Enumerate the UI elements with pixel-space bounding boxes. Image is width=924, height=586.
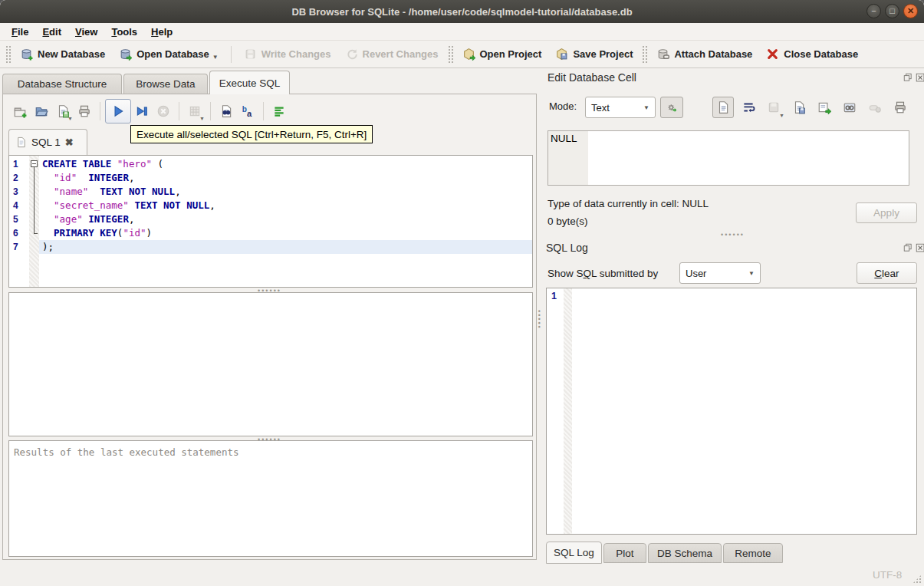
- gear-apply-icon: [667, 103, 677, 113]
- code-line[interactable]: "name" TEXT NOT NULL,: [39, 185, 532, 199]
- write-changes-icon: [244, 48, 257, 61]
- open-project-button[interactable]: Open Project: [455, 44, 549, 64]
- code-line[interactable]: PRIMARY KEY("id"): [39, 226, 532, 240]
- sql-tab[interactable]: SQL 1 ✖: [8, 129, 87, 155]
- find-in-sql-button[interactable]: [215, 100, 237, 122]
- log-filter-combobox[interactable]: User ▼: [679, 262, 761, 284]
- menu-tools[interactable]: Tools: [104, 25, 144, 39]
- chevron-down-icon[interactable]: ▼: [199, 116, 205, 121]
- fold-marker: [29, 240, 39, 254]
- maximize-icon[interactable]: □: [885, 4, 899, 18]
- attach-database-icon: [656, 48, 669, 61]
- dock-splitter-handle[interactable]: •••••: [537, 307, 541, 333]
- minimize-icon[interactable]: −: [866, 4, 881, 18]
- dock-tab-sql-log[interactable]: SQL Log: [546, 542, 602, 564]
- log-filter-label: Show SQL submitted by: [547, 268, 658, 279]
- fold-marker[interactable]: [29, 157, 39, 171]
- chevron-down-icon[interactable]: ▼: [212, 54, 219, 61]
- results-message-pane[interactable]: Results of the last executed statements: [8, 440, 533, 557]
- toolbar-drag-handle[interactable]: [642, 45, 647, 64]
- open-sql-file-button[interactable]: [31, 100, 52, 122]
- stop-button[interactable]: [153, 100, 174, 122]
- export-data-button[interactable]: [814, 97, 835, 118]
- toolbar-separator: [210, 102, 211, 120]
- chevron-down-icon[interactable]: ▼: [67, 116, 73, 121]
- fold-marker: [29, 199, 39, 212]
- chevron-down-icon[interactable]: ▼: [779, 113, 784, 118]
- revert-changes-button[interactable]: Revert Changes: [338, 44, 446, 64]
- results-grid-pane[interactable]: [8, 292, 533, 436]
- code-line[interactable]: CREATE TABLE "hero" (: [39, 157, 532, 171]
- code-line-current[interactable]: );: [39, 240, 532, 254]
- log-line-number-gutter: [547, 288, 564, 534]
- set-null-icon: [868, 100, 882, 114]
- open-database-button[interactable]: Open Database▼: [112, 44, 225, 64]
- new-sql-tab-icon: [13, 104, 27, 118]
- new-database-button[interactable]: New Database: [13, 44, 112, 64]
- code-line[interactable]: "secret_name" TEXT NOT NULL,: [39, 199, 532, 212]
- new-database-icon: [20, 48, 33, 61]
- replace-in-sql-button[interactable]: ba: [237, 100, 258, 122]
- execute-all-button[interactable]: [105, 99, 131, 123]
- word-wrap-button[interactable]: [738, 97, 759, 118]
- set-null-button[interactable]: [864, 97, 886, 118]
- auto-apply-button[interactable]: [660, 97, 683, 118]
- menu-edit[interactable]: Edit: [35, 25, 68, 39]
- sql-editor[interactable]: 1234567 CREATE TABLE "hero" ( "id" INTEG…: [8, 155, 533, 288]
- format-sql-button[interactable]: [268, 100, 290, 122]
- save-results-button[interactable]: ▼: [184, 100, 206, 122]
- menu-help[interactable]: Help: [144, 25, 179, 39]
- clear-button[interactable]: Clear: [857, 262, 917, 284]
- attach-database-button[interactable]: Attach Database: [649, 44, 759, 64]
- titlebar[interactable]: DB Browser for SQLite - /home/user/code/…: [0, 0, 924, 23]
- new-sql-tab-button[interactable]: [9, 100, 31, 122]
- sql-toolbar: ▼▼ba: [9, 99, 290, 123]
- import-data-button[interactable]: ▼: [763, 97, 784, 118]
- write-changes-button[interactable]: Write Changes: [237, 44, 338, 64]
- tab-browse-data[interactable]: Browse Data: [123, 74, 208, 94]
- cell-editor[interactable]: NULL: [547, 130, 909, 186]
- cell-value: NULL: [551, 133, 577, 144]
- tab-execute-sql[interactable]: Execute SQL: [209, 71, 290, 94]
- print-sql-button[interactable]: [74, 100, 95, 122]
- execute-tooltip: Execute all/selected SQL [Ctrl+Return, F…: [130, 125, 373, 143]
- dock-tab-db-schema[interactable]: DB Schema: [648, 543, 722, 563]
- float-dock-icon[interactable]: [903, 243, 913, 253]
- save-sql-file-button[interactable]: ▼: [52, 100, 74, 122]
- execute-line-button[interactable]: [131, 100, 153, 122]
- save-project-button[interactable]: Save Project: [548, 44, 640, 64]
- fold-marker: [29, 212, 39, 226]
- save-data-button[interactable]: [788, 97, 810, 118]
- line-number: 5: [9, 212, 29, 226]
- float-dock-icon[interactable]: [903, 73, 913, 83]
- dock-tab-plot[interactable]: Plot: [603, 543, 646, 563]
- code-line[interactable]: "age" INTEGER,: [39, 212, 532, 226]
- close-database-button[interactable]: Close Database: [759, 44, 865, 64]
- menu-file[interactable]: File: [5, 25, 35, 39]
- editor-code-area[interactable]: CREATE TABLE "hero" ( "id" INTEGER, "nam…: [39, 157, 532, 254]
- close-icon[interactable]: ✕: [903, 4, 918, 18]
- toolbar-drag-handle[interactable]: [5, 45, 11, 64]
- menu-view[interactable]: View: [68, 25, 104, 39]
- close-dock-icon[interactable]: [916, 243, 924, 253]
- toolbar-separator: [263, 102, 264, 120]
- tab-database-structure[interactable]: Database Structure: [2, 74, 122, 94]
- window-title: DB Browser for SQLite - /home/user/code/…: [291, 6, 632, 18]
- main-toolbar: New DatabaseOpen Database▼Write ChangesR…: [0, 41, 924, 68]
- close-dock-icon: [916, 73, 924, 83]
- toolbar-drag-handle[interactable]: [448, 45, 453, 64]
- copy-cell-link-button[interactable]: [839, 97, 860, 118]
- dock-tab-remote[interactable]: Remote: [723, 543, 783, 563]
- float-dock-icon: [903, 73, 913, 83]
- sql-tab-close-icon[interactable]: ✖: [65, 137, 74, 148]
- text-mode-button[interactable]: [712, 97, 734, 118]
- code-line[interactable]: "id" INTEGER,: [39, 171, 532, 185]
- print-cell-button[interactable]: [889, 97, 911, 118]
- apply-button[interactable]: Apply: [856, 202, 917, 223]
- dock-splitter-handle[interactable]: ••••••: [541, 232, 924, 236]
- sql-log-view[interactable]: 1: [546, 288, 917, 535]
- resize-grip[interactable]: [912, 574, 922, 584]
- execute-all-icon: [111, 104, 125, 118]
- close-dock-icon[interactable]: [916, 73, 924, 83]
- mode-combobox[interactable]: Text ▼: [585, 97, 656, 118]
